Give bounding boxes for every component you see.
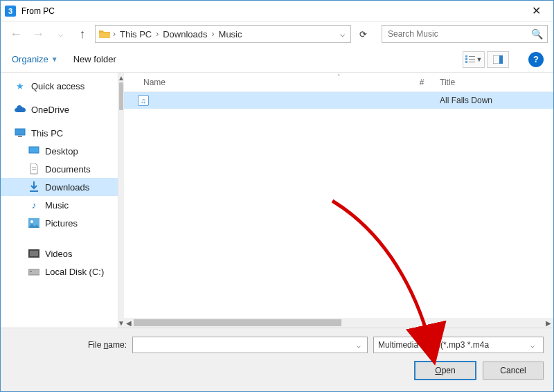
back-button[interactable]: ←	[6, 24, 26, 44]
sidebar-item-downloads[interactable]: Downloads	[1, 178, 118, 196]
scroll-up-arrow[interactable]: ▲	[118, 73, 124, 82]
titlebar: 3 From PC ✕	[1, 1, 553, 21]
svg-rect-0	[465, 55, 467, 57]
sidebar-item-label: Pictures	[45, 218, 78, 229]
scroll-thumb[interactable]	[134, 319, 341, 326]
sidebar-item-label: Music	[45, 200, 69, 211]
sidebar-item-documents[interactable]: Documents	[1, 160, 118, 178]
cloud-icon	[15, 104, 26, 115]
close-button[interactable]: ✕	[520, 1, 552, 21]
svg-rect-7	[499, 55, 503, 64]
organize-label: Organize	[12, 54, 48, 64]
breadcrumb-this-pc[interactable]: This PC	[118, 26, 154, 42]
navigation-pane: ★ Quick access OneDrive This PC	[1, 73, 118, 328]
svg-rect-12	[32, 167, 36, 168]
svg-rect-3	[469, 56, 475, 57]
sidebar-item-desktop[interactable]: Desktop	[1, 142, 118, 160]
chevron-down-icon: ▼	[476, 56, 483, 63]
svg-rect-4	[469, 59, 475, 60]
address-dropdown[interactable]: ⌵	[337, 29, 348, 39]
folder-icon	[98, 28, 111, 40]
filetype-select[interactable]: Multimedia Files (*.mp3 *.m4a ⌵	[373, 337, 544, 353]
sidebar-item-label: Documents	[45, 164, 91, 175]
svg-rect-14	[30, 190, 38, 192]
sidebar-item-label: Quick access	[31, 81, 84, 91]
window-title: From PC	[21, 6, 55, 16]
svg-rect-19	[28, 269, 39, 275]
svg-rect-1	[465, 58, 467, 60]
sidebar-item-label: OneDrive	[31, 105, 69, 115]
address-bar[interactable]: › This PC › Downloads › Music ⌵	[95, 25, 351, 43]
chevron-down-icon: ▼	[51, 55, 58, 63]
search-box[interactable]: 🔍	[382, 25, 548, 43]
video-icon	[28, 248, 39, 259]
column-headers[interactable]: ˄ Name # Title	[124, 73, 553, 92]
app-icon: 3	[5, 6, 16, 17]
filename-input-wrapper[interactable]: ⌵	[132, 337, 368, 353]
filename-input[interactable]	[136, 339, 352, 350]
scroll-thumb[interactable]	[119, 82, 123, 110]
music-icon: ♪	[28, 199, 39, 211]
view-controls: ▼	[463, 51, 509, 68]
sidebar-item-label: Downloads	[45, 182, 89, 193]
chevron-right-icon: ›	[155, 29, 159, 39]
horizontal-scrollbar[interactable]: ◀ ▶	[124, 318, 553, 328]
svg-rect-9	[18, 136, 22, 137]
preview-pane-button[interactable]	[487, 51, 509, 68]
filetype-label: Multimedia Files (*.mp3 *.m4a	[378, 340, 489, 350]
dialog-body: ★ Quick access OneDrive This PC	[1, 73, 553, 328]
scroll-track[interactable]	[118, 82, 124, 318]
star-icon: ★	[15, 80, 26, 91]
file-row[interactable]: ♫ All Falls Down	[124, 92, 553, 109]
refresh-button[interactable]: ⟳	[354, 25, 372, 43]
sidebar-item-quick-access[interactable]: ★ Quick access	[1, 77, 118, 95]
disk-icon	[28, 266, 39, 277]
sidebar-item-label: Desktop	[45, 146, 78, 157]
scroll-track[interactable]	[134, 319, 544, 327]
sidebar-item-pictures[interactable]: Pictures	[1, 214, 118, 232]
search-icon: 🔍	[531, 28, 543, 39]
navpane-scrollbar[interactable]: ▲ ▼	[118, 73, 124, 328]
breadcrumb-downloads[interactable]: Downloads	[161, 26, 209, 42]
sidebar-item-onedrive[interactable]: OneDrive	[1, 100, 118, 118]
organize-button[interactable]: Organize ▼	[10, 51, 60, 67]
audio-file-icon: ♫	[138, 95, 149, 106]
scroll-left-arrow[interactable]: ◀	[124, 319, 134, 327]
filename-label: File name:	[88, 340, 127, 350]
help-button[interactable]: ?	[528, 52, 544, 67]
up-button[interactable]: ↑	[73, 24, 92, 44]
sidebar-item-this-pc[interactable]: This PC	[1, 124, 118, 142]
desktop-icon	[28, 145, 39, 157]
column-name[interactable]: Name	[124, 78, 408, 87]
scroll-down-arrow[interactable]: ▼	[118, 318, 124, 328]
svg-rect-2	[465, 61, 467, 63]
column-track-number[interactable]: #	[408, 78, 436, 87]
sort-indicator-icon: ˄	[337, 73, 341, 80]
chevron-right-icon: ›	[112, 29, 116, 39]
cell-title: All Falls Down	[436, 96, 553, 105]
search-input[interactable]	[386, 28, 531, 39]
file-list: ♫ All Falls Down	[124, 92, 553, 318]
svg-rect-5	[469, 62, 475, 62]
breadcrumb-music[interactable]: Music	[217, 26, 244, 42]
document-icon	[28, 163, 39, 175]
svg-rect-20	[30, 271, 32, 271]
view-mode-button[interactable]: ▼	[463, 51, 485, 68]
monitor-icon	[15, 127, 26, 139]
new-folder-label: New folder	[73, 54, 116, 64]
forward-button[interactable]: →	[28, 24, 48, 44]
chevron-down-icon[interactable]: ⌵	[352, 341, 364, 349]
navigation-row: ← → ⌵ ↑ › This PC › Downloads › Music ⌵ …	[1, 21, 553, 46]
sidebar-item-videos[interactable]: Videos	[1, 244, 118, 262]
open-button[interactable]: Open	[415, 362, 476, 380]
cell-name: ♫	[124, 95, 408, 106]
sidebar-item-music[interactable]: ♪ Music	[1, 196, 118, 214]
column-title[interactable]: Title	[436, 78, 553, 87]
chevron-right-icon: ›	[211, 29, 215, 39]
scroll-right-arrow[interactable]: ▶	[544, 319, 553, 327]
cancel-button[interactable]: Cancel	[483, 362, 544, 380]
recent-dropdown[interactable]: ⌵	[51, 24, 70, 44]
new-folder-button[interactable]: New folder	[72, 51, 118, 67]
picture-icon	[28, 217, 39, 229]
sidebar-item-local-disk-c[interactable]: Local Disk (C:)	[1, 262, 118, 280]
